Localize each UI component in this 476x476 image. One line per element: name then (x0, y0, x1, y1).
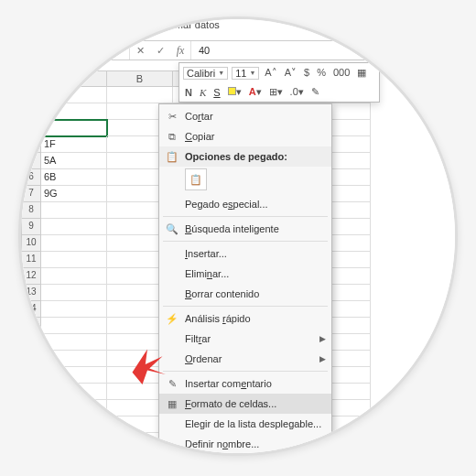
cell[interactable] (41, 301, 107, 318)
cell[interactable] (41, 334, 107, 351)
cell[interactable]: 1F (41, 136, 107, 153)
row-header[interactable]: 10 (21, 235, 41, 252)
size-select[interactable]: 11▼ (232, 67, 259, 80)
toolbar-btn[interactable]: N (183, 87, 194, 98)
fx-icon[interactable]: fx (170, 44, 190, 58)
cell[interactable]: 9G (41, 186, 107, 202)
fill-color-icon[interactable]: ▾ (226, 86, 243, 98)
cell[interactable] (107, 87, 173, 103)
cell[interactable] (305, 449, 371, 456)
row-header[interactable]: 19 (21, 384, 41, 400)
row-header[interactable]: 11 (21, 252, 41, 268)
menu-label: Pegado especial... (185, 199, 268, 210)
cell[interactable] (41, 433, 107, 449)
paste-option-btn[interactable]: 📋 (185, 168, 207, 190)
cell[interactable] (41, 351, 107, 367)
cell[interactable] (41, 120, 107, 136)
toolbar-btn[interactable]: K (198, 87, 208, 98)
row-header[interactable]: 3 (21, 120, 41, 136)
row-header[interactable]: 2 (21, 103, 41, 120)
row-header[interactable]: 8 (21, 202, 41, 219)
cell[interactable] (41, 268, 107, 285)
menu-label: Eliminar... (185, 268, 229, 279)
col-header[interactable]: B (107, 70, 173, 87)
borders-icon[interactable]: ▦ (355, 67, 368, 79)
pointer-arrow-icon (127, 344, 168, 384)
cell[interactable]: 6B (41, 169, 107, 186)
menu-icon: 📋 (165, 149, 179, 164)
format-painter-icon[interactable]: ✎ (309, 86, 321, 98)
row-header[interactable]: 13 (21, 285, 41, 301)
decimal-icon[interactable]: .0▾ (288, 86, 306, 98)
toolbar-btn[interactable]: $ (302, 67, 311, 79)
cell[interactable] (41, 103, 107, 120)
menu-item[interactable]: ⚡Análisis rápido (159, 308, 331, 329)
cancel-icon[interactable]: ✕ (130, 45, 150, 57)
cell[interactable] (41, 235, 107, 252)
menu-label: Cortar (185, 111, 213, 122)
menu-item[interactable]: Pegado especial... (159, 194, 331, 214)
menu-item[interactable]: 🔍Búsqueda inteligente (159, 219, 331, 239)
formula-value[interactable]: 40 (191, 45, 217, 56)
toolbar-btn[interactable]: A˄ (263, 67, 278, 79)
row-header[interactable]: 16 (21, 334, 41, 351)
dropdown-icon[interactable]: ▾ (109, 45, 129, 57)
menu-icon: ⧉ (165, 129, 179, 144)
menu-label: Definir nombre... (185, 438, 259, 449)
border-icon[interactable]: ⊞▾ (267, 86, 285, 98)
row-header[interactable]: 1 (21, 87, 41, 103)
cell[interactable] (41, 384, 107, 400)
menu-label: Copiar (185, 131, 214, 142)
cell[interactable] (41, 285, 107, 301)
row-header[interactable]: 5 (21, 153, 41, 169)
cell[interactable] (41, 318, 107, 334)
cell[interactable]: 5A (41, 153, 107, 169)
row-header[interactable]: 4 (21, 136, 41, 153)
menu-item[interactable]: Definir nombre... (159, 434, 331, 454)
cell[interactable] (41, 449, 107, 456)
submenu-arrow-icon: ▶ (319, 354, 326, 363)
menu-item[interactable]: Ordenar▶ (159, 349, 331, 369)
row-header[interactable]: 20 (21, 400, 41, 416)
cell[interactable] (107, 449, 173, 456)
underline-icon[interactable]: S (211, 87, 222, 98)
menu-label: Insertar... (185, 248, 227, 259)
row-header[interactable]: 12 (21, 268, 41, 285)
cell[interactable] (41, 416, 107, 433)
row-header[interactable]: 7 (21, 186, 41, 202)
toolbar-btn[interactable]: 000 (331, 67, 352, 79)
menu-item[interactable]: ▦Formato de celdas... (159, 394, 331, 414)
row-header[interactable]: 22 (21, 433, 41, 449)
font-select[interactable]: Calibri▼ (183, 67, 228, 80)
cell[interactable] (41, 252, 107, 268)
confirm-icon[interactable]: ✓ (150, 45, 170, 57)
row-header[interactable]: 21 (21, 416, 41, 433)
cell[interactable] (41, 219, 107, 235)
row-header[interactable]: 15 (21, 318, 41, 334)
row-header[interactable]: 6 (21, 169, 41, 186)
menu-item[interactable]: ⧉Copiar (159, 126, 331, 146)
cell[interactable] (41, 202, 107, 219)
row-header[interactable]: 23 (21, 449, 41, 456)
row-header[interactable]: 9 (21, 219, 41, 235)
row-header[interactable]: 17 (21, 351, 41, 367)
menu-item[interactable]: Filtrar▶ (159, 329, 331, 349)
toolbar-btn[interactable]: A˅ (283, 67, 298, 79)
font-color-icon[interactable]: A▾ (247, 86, 264, 98)
row-header[interactable]: 14 (21, 301, 41, 318)
ribbon-group-label: ...er y transformar datos (113, 19, 220, 30)
cell[interactable] (41, 367, 107, 384)
cell[interactable] (41, 400, 107, 416)
menu-item[interactable]: Insertar... (159, 243, 331, 264)
menu-item[interactable]: Borrar contenido (159, 284, 331, 304)
menu-item[interactable]: ✂Cortar (159, 106, 331, 126)
menu-item[interactable]: Eliminar... (159, 264, 331, 284)
col-header[interactable]: A (41, 70, 107, 87)
menu-item[interactable]: 🔗Vínculo (159, 454, 331, 456)
row-header[interactable]: 18 (21, 367, 41, 384)
toolbar-btn[interactable]: % (315, 67, 328, 79)
cell[interactable] (41, 87, 107, 103)
menu-item[interactable]: Elegir de la lista desplegable... (159, 414, 331, 434)
menu-item[interactable]: ✎Insertar comentario (159, 373, 331, 394)
select-all-corner[interactable] (21, 70, 41, 87)
